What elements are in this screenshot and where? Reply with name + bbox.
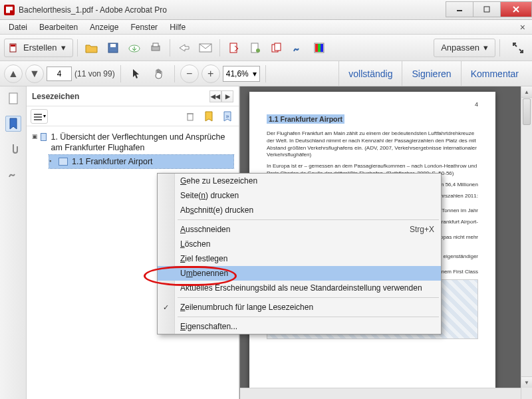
svg-rect-19 bbox=[318, 44, 321, 52]
options-menu-button[interactable]: ▾ bbox=[31, 109, 48, 124]
menu-separator bbox=[178, 219, 439, 220]
zoom-in-button[interactable]: + bbox=[201, 65, 220, 83]
menubar: Datei Bearbeiten Anzeige Fenster Hilfe × bbox=[0, 20, 532, 35]
svg-text:»: » bbox=[225, 113, 229, 120]
customize-label: Anpassen bbox=[441, 43, 479, 53]
page-up-button[interactable]: ▲ bbox=[4, 65, 23, 83]
collapse-icon[interactable]: ▣ bbox=[32, 132, 38, 140]
multimedia-button[interactable] bbox=[309, 39, 329, 57]
main-toolbar: Erstellen ▾ Anpassen ▾ bbox=[0, 35, 532, 61]
mail-button[interactable] bbox=[196, 39, 215, 57]
sign-button[interactable] bbox=[288, 39, 308, 57]
combine-button[interactable] bbox=[267, 39, 287, 57]
menu-item[interactable]: Abschnitt(e) drucken bbox=[158, 203, 441, 217]
open-button[interactable] bbox=[82, 39, 102, 57]
panel-next-button[interactable]: ▶ bbox=[221, 90, 233, 102]
cloud-button[interactable] bbox=[124, 39, 144, 57]
bookmark-label: 1. Übersicht der Verflechtungen und Ansp… bbox=[51, 132, 233, 154]
expand-bookmark-button[interactable]: » bbox=[220, 110, 235, 123]
tools-sign-link[interactable]: Signieren bbox=[402, 61, 460, 86]
edit-pdf-button[interactable] bbox=[245, 39, 265, 57]
menu-item[interactable]: Zeilenumbruch für lange Lesezeichen bbox=[158, 300, 441, 315]
maximize-button[interactable] bbox=[473, 1, 501, 17]
window-controls bbox=[446, 2, 532, 17]
attachments-icon[interactable] bbox=[5, 141, 21, 157]
bookmarks-title: Lesezeichen bbox=[32, 92, 79, 101]
menu-item[interactable]: Gehe zu Lesezeichen bbox=[158, 174, 441, 188]
menu-item[interactable]: Löschen bbox=[158, 237, 441, 251]
save-button[interactable] bbox=[103, 39, 123, 57]
dropdown-icon: ▾ bbox=[253, 69, 257, 78]
create-label: Erstellen bbox=[23, 43, 57, 53]
signatures-icon[interactable] bbox=[5, 166, 21, 182]
doc-close-button[interactable]: × bbox=[516, 22, 529, 33]
page-down-button[interactable]: ▼ bbox=[25, 65, 44, 83]
app-icon bbox=[4, 5, 15, 15]
menu-item[interactable]: Umbenennen bbox=[158, 266, 441, 281]
leaf-icon: ▪ bbox=[49, 156, 56, 164]
bookmarks-icon[interactable] bbox=[5, 116, 21, 132]
doc-paragraph: Der Flughafen Frankfurt am Main zählt zu… bbox=[267, 130, 478, 159]
svg-rect-21 bbox=[9, 93, 17, 104]
delete-bookmark-button[interactable] bbox=[183, 110, 198, 123]
select-tool-button[interactable] bbox=[126, 65, 146, 83]
new-bookmark-button[interactable] bbox=[201, 110, 216, 123]
window-title: Bachelorthesis_1.pdf - Adobe Acrobat Pro bbox=[19, 5, 446, 15]
fullscreen-button[interactable] bbox=[508, 39, 528, 57]
page-number-input[interactable] bbox=[47, 66, 72, 81]
dropdown-icon: ▾ bbox=[61, 43, 66, 53]
window-titlebar: Bachelorthesis_1.pdf - Adobe Acrobat Pro bbox=[0, 0, 532, 20]
scroll-up-button[interactable]: ▲ bbox=[521, 86, 532, 98]
menu-hilfe[interactable]: Hilfe bbox=[164, 21, 192, 33]
menu-datei[interactable]: Datei bbox=[3, 21, 33, 33]
share-button[interactable] bbox=[174, 39, 194, 57]
bookmark-tree: ▣ 1. Übersicht der Verflechtungen und An… bbox=[27, 126, 239, 172]
menu-anzeige[interactable]: Anzeige bbox=[84, 21, 124, 33]
export-pdf-button[interactable] bbox=[224, 39, 244, 57]
bookmark-item[interactable]: ▣ 1. Übersicht der Verflechtungen und An… bbox=[32, 130, 233, 155]
svg-point-14 bbox=[256, 49, 260, 53]
bookmark-context-menu: Gehe zu LesezeichenSeite(n) druckenAbsch… bbox=[157, 173, 442, 334]
hand-tool-button[interactable] bbox=[149, 65, 169, 83]
svg-rect-12 bbox=[230, 43, 237, 53]
svg-rect-5 bbox=[11, 45, 15, 47]
page-count-label: (11 von 99) bbox=[74, 69, 115, 78]
tools-full-link[interactable]: vollständig bbox=[338, 61, 402, 86]
svg-rect-16 bbox=[275, 43, 281, 51]
menu-item[interactable]: Eigenschaften... bbox=[158, 319, 441, 334]
menu-item[interactable]: AusschneidenStrg+X bbox=[158, 222, 441, 237]
svg-rect-25 bbox=[188, 114, 193, 120]
bookmark-item-selected[interactable]: ▪ 1.1 Frankfurter Airport bbox=[49, 155, 233, 168]
menu-bearbeiten[interactable]: Bearbeiten bbox=[33, 21, 84, 33]
dropdown-icon: ▾ bbox=[483, 43, 488, 53]
print-button[interactable] bbox=[146, 39, 166, 57]
menu-item[interactable]: Aktuelles Erscheinungsbild als neue Stan… bbox=[158, 281, 441, 295]
zoom-out-button[interactable]: − bbox=[180, 65, 199, 83]
create-button[interactable]: Erstellen ▾ bbox=[4, 39, 73, 57]
svg-rect-22 bbox=[34, 114, 42, 115]
zoom-value: 41,6% bbox=[226, 69, 249, 78]
svg-rect-1 bbox=[484, 7, 489, 12]
scroll-down-button[interactable]: ▼ bbox=[521, 376, 532, 388]
scroll-thumb[interactable] bbox=[523, 98, 531, 125]
customize-button[interactable]: Anpassen ▾ bbox=[434, 39, 495, 57]
horizontal-scrollbar[interactable] bbox=[240, 388, 521, 399]
vertical-scrollbar[interactable]: ▲ ▼ bbox=[521, 86, 532, 399]
minimize-button[interactable] bbox=[446, 1, 473, 17]
bookmark-label: 1.1 Frankfurter Airport bbox=[72, 156, 153, 167]
menu-item[interactable]: Ziel festlegen bbox=[158, 251, 441, 266]
close-button[interactable] bbox=[500, 1, 532, 17]
bookmarks-header: Lesezeichen ◀◀ ▶ bbox=[27, 86, 239, 106]
menu-item[interactable]: Seite(n) drucken bbox=[158, 188, 441, 203]
svg-rect-10 bbox=[153, 43, 158, 47]
doc-heading: 1.1 Frankfurter Airport bbox=[267, 114, 344, 124]
tools-comment-link[interactable]: Kommentar bbox=[461, 61, 528, 86]
bookmark-icon bbox=[41, 133, 47, 141]
menu-separator bbox=[178, 317, 439, 317]
menu-separator bbox=[178, 297, 439, 298]
svg-rect-7 bbox=[110, 44, 116, 47]
menu-fenster[interactable]: Fenster bbox=[124, 21, 164, 33]
panel-prev-button[interactable]: ◀◀ bbox=[209, 90, 221, 102]
thumbnails-icon[interactable] bbox=[5, 90, 21, 106]
zoom-dropdown[interactable]: 41,6%▾ bbox=[223, 66, 260, 82]
